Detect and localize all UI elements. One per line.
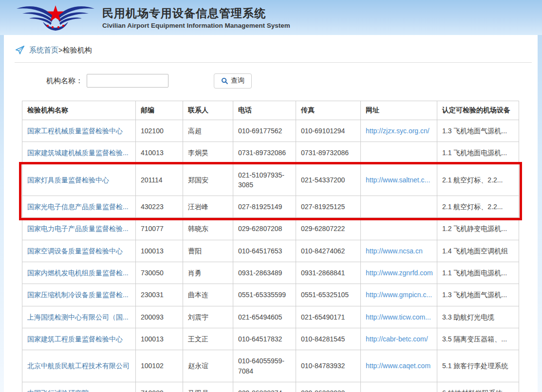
phone-cell: 0731-89732086: [233, 142, 296, 164]
equipment-cell: 1.4 飞机地面空调机组: [437, 240, 519, 262]
institution-name-cell: 国家工程机械质量监督检验中心: [22, 120, 136, 142]
equipment-cell: 2.1 航空灯标、2.2...: [437, 164, 519, 196]
institution-link[interactable]: 国家电力电子产品质量监督检验...: [27, 225, 129, 232]
equipment-cell: 3.3 助航灯光电缆: [437, 306, 519, 328]
phone-cell: 021-65494605: [233, 306, 296, 328]
zip-cell: 230031: [136, 284, 183, 306]
zip-cell: 430223: [136, 196, 183, 218]
institution-link[interactable]: 国家空调设备质量监督检验中心: [27, 247, 123, 255]
institution-link[interactable]: 国家光电子信息产品质量监督检...: [27, 203, 129, 211]
institution-name-cell: 国家光电子信息产品质量监督检...: [22, 196, 136, 218]
zip-cell: 201114: [136, 164, 183, 196]
fax-cell: 029-86202030: [296, 382, 361, 392]
equipment-cell: 1.3 飞机地面气源机...: [437, 284, 519, 306]
fax-cell: 027-81925125: [296, 196, 361, 218]
zip-cell: 100102: [136, 350, 183, 382]
column-header: 邮编: [136, 101, 183, 120]
phone-cell: 029-62807208: [233, 218, 296, 240]
app-subtitle: Civilian Airport Equipment Information M…: [102, 22, 290, 29]
fax-cell: 0931-2868841: [296, 262, 361, 284]
phone-cell: 029-86838374: [233, 382, 296, 392]
institution-link[interactable]: 国家工程机械质量监督检验中心: [27, 127, 123, 135]
zip-cell: 730050: [136, 262, 183, 284]
zip-cell: 100013: [136, 328, 183, 350]
column-header: 检验机构名称: [22, 101, 136, 120]
website-cell: http://cabr-betc.com/: [361, 328, 437, 350]
equipment-cell: 5.1 旅客行李处理系统: [437, 350, 519, 382]
breadcrumb-divider: [15, 62, 532, 63]
phone-cell: 010-64055959-7084: [233, 350, 296, 382]
website-link[interactable]: http://www.gmpicn.c...: [366, 291, 432, 299]
search-button[interactable]: 查询: [214, 73, 252, 89]
institution-name-cell: 国家建筑工程质量监督检验中心: [22, 328, 136, 350]
table-row: 国家压缩机制冷设备质量监督检...230031曲本连0551-653355990…: [22, 284, 519, 306]
equipment-cell: 6 特性材料拦阻系统...: [437, 382, 519, 392]
search-bar: 机构名称： 查询: [46, 73, 528, 88]
institution-name-cell: 国家空调设备质量监督检验中心: [22, 240, 136, 262]
institution-name-cell: 国家压缩机制冷设备质量监督检...: [22, 284, 136, 306]
institution-link[interactable]: 国家内燃机发电机组质量监督检...: [27, 269, 129, 277]
contact-cell: 曹阳: [183, 240, 233, 262]
org-name-label: 机构名称：: [46, 76, 83, 86]
website-link[interactable]: http://zjzx.syc.org.cn/: [366, 127, 430, 135]
website-cell: http://www.gmpicn.c...: [361, 284, 437, 306]
phone-cell: 021-51097935-3085: [233, 164, 296, 196]
institution-link[interactable]: 国家建筑工程质量监督检验中心: [27, 335, 123, 343]
contact-cell: 汪岩峰: [183, 196, 233, 218]
website-cell: http://www.saltnet.c...: [361, 164, 437, 196]
contact-cell: 李炯昊: [183, 142, 233, 164]
column-header: 认定可检验的机场设备: [437, 101, 519, 120]
fax-cell: 010-69101294: [296, 120, 361, 142]
equipment-cell: 2.1 航空灯标、2.2...: [437, 196, 519, 218]
institution-link[interactable]: 国家压缩机制冷设备质量监督检...: [27, 291, 129, 299]
institution-name-cell: 国家电力电子产品质量监督检验...: [22, 218, 136, 240]
fax-cell: 010-84783932: [296, 350, 361, 382]
institution-link[interactable]: 上海国缆检测中心有限公司（国...: [27, 313, 129, 321]
table-row: 国家光电子信息产品质量监督检...430223汪岩峰027-8192514902…: [22, 196, 519, 218]
main-content: 系统首页 >检验机构 机构名称： 查询 检验机构名称邮编联系人电话传真网址认定可…: [4, 35, 538, 392]
fax-cell: 029-62807222: [296, 218, 361, 240]
institution-name-cell: 上海国缆检测中心有限公司（国...: [22, 306, 136, 328]
table-header-row: 检验机构名称邮编联系人电话传真网址认定可检验的机场设备: [22, 101, 519, 120]
search-icon: [221, 77, 228, 85]
equipment-cell: 1.2 飞机静变电源机...: [437, 218, 519, 240]
institutions-table-wrapper: 检验机构名称邮编联系人电话传真网址认定可检验的机场设备 国家工程机械质量监督检验…: [22, 101, 519, 392]
phone-cell: 010-64517832: [233, 328, 296, 350]
equipment-cell: 3.5 隔离变压器箱、...: [437, 328, 519, 350]
website-cell: [361, 382, 437, 392]
institution-name-cell: 国家建筑城建机械质量监督检验...: [22, 142, 136, 164]
breadcrumb-home-link[interactable]: 系统首页: [29, 46, 58, 55]
institution-link[interactable]: 国家建筑城建机械质量监督检验...: [27, 149, 129, 157]
institution-link[interactable]: 国家灯具质量监督检验中心: [27, 176, 109, 184]
website-cell: http://www.zgnrfd.com: [361, 262, 437, 284]
website-link[interactable]: http://www.saltnet.c...: [366, 176, 430, 184]
website-cell: http://www.ncsa.cn: [361, 240, 437, 262]
table-row: 国家建筑城建机械质量监督检验...410013李炯昊0731-897320860…: [22, 142, 519, 164]
fax-cell: 021-54337200: [296, 164, 361, 196]
website-link[interactable]: http://www.caqet.com: [366, 362, 430, 370]
equipment-cell: 1.3 飞机地面气源机...: [437, 120, 519, 142]
fax-cell: 021-65490171: [296, 306, 361, 328]
contact-cell: 郑国安: [183, 164, 233, 196]
institution-link[interactable]: 中国飞行试验研究院: [27, 389, 89, 392]
app-title: 民用机场专用设备信息管理系统: [102, 6, 290, 21]
table-row: 国家内燃机发电机组质量监督检...730050肖勇0931-2863489093…: [22, 262, 519, 284]
zip-cell: 200093: [136, 306, 183, 328]
website-cell: http://www.ticw.com...: [361, 306, 437, 328]
website-link[interactable]: http://cabr-betc.com/: [366, 335, 428, 343]
institution-link[interactable]: 北京中航质民航工程技术有限公司: [27, 362, 130, 370]
fax-cell: 010-84281545: [296, 328, 361, 350]
table-row: 中国飞行试验研究院710089马双员029-86838374029-862020…: [22, 382, 519, 392]
website-link[interactable]: http://www.zgnrfd.com: [366, 269, 433, 277]
column-header: 网址: [361, 101, 437, 120]
website-link[interactable]: http://www.ncsa.cn: [366, 247, 423, 255]
org-name-input[interactable]: [87, 74, 168, 88]
table-row: 国家电力电子产品质量监督检验...710077韩晓东029-6280720802…: [22, 218, 519, 240]
zip-cell: 102100: [136, 120, 183, 142]
column-header: 电话: [233, 101, 296, 120]
phone-cell: 0931-2863489: [233, 262, 296, 284]
table-row: 北京中航质民航工程技术有限公司100102赵永谊010-64055959-708…: [22, 350, 519, 382]
website-link[interactable]: http://www.ticw.com...: [366, 313, 431, 321]
table-row: 国家工程机械质量监督检验中心102100高超010-69177562010-69…: [22, 120, 519, 142]
zip-cell: 710089: [136, 382, 183, 392]
